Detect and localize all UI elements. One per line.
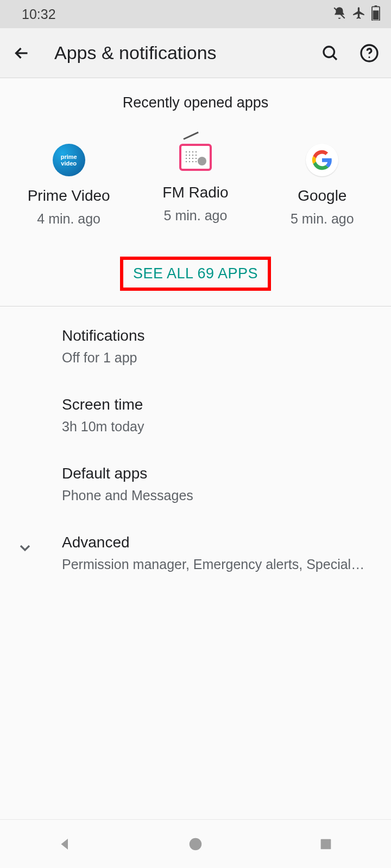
svg-rect-2 <box>375 5 377 7</box>
recent-app-time: 5 min. ago <box>136 208 255 224</box>
recent-app-time: 4 min. ago <box>9 211 129 227</box>
nav-recents-button[interactable] <box>314 833 337 856</box>
app-bar: Apps & notifications <box>0 28 391 78</box>
help-button[interactable] <box>358 42 380 64</box>
system-nav-bar <box>0 819 391 868</box>
svg-point-7 <box>369 56 370 58</box>
see-all-container: SEE ALL 69 APPS <box>0 257 391 306</box>
recent-app-label: Google <box>262 187 382 205</box>
recent-app-label: FM Radio <box>136 184 255 201</box>
recent-app-fm-radio[interactable]: FM Radio 5 min. ago <box>136 144 255 227</box>
fm-radio-icon <box>179 144 212 171</box>
see-all-apps-button[interactable]: SEE ALL 69 APPS <box>133 265 258 282</box>
chevron-down-icon <box>16 539 34 559</box>
recent-app-google[interactable]: Google 5 min. ago <box>262 144 382 227</box>
nav-home-button[interactable] <box>184 833 207 856</box>
settings-item-title: Notifications <box>62 327 376 344</box>
svg-point-8 <box>190 838 202 850</box>
settings-item-title: Advanced <box>62 534 376 551</box>
settings-item-subtitle: 3h 10m today <box>62 419 366 435</box>
settings-list: Notifications Off for 1 app Screen time … <box>0 307 391 588</box>
settings-item-subtitle: Off for 1 app <box>62 350 366 366</box>
back-button[interactable] <box>11 42 33 64</box>
search-button[interactable] <box>319 42 341 64</box>
settings-item-title: Screen time <box>62 396 376 413</box>
svg-point-4 <box>324 47 335 58</box>
prime-video-icon: primevideo <box>53 144 85 176</box>
status-bar: 10:32 <box>0 0 391 28</box>
recent-app-prime-video[interactable]: primevideo Prime Video 4 min. ago <box>9 144 129 227</box>
svg-line-5 <box>333 55 337 59</box>
nav-back-button[interactable] <box>54 833 77 856</box>
recent-apps-row: primevideo Prime Video 4 min. ago FM Rad… <box>0 144 391 227</box>
settings-item-advanced[interactable]: Advanced Permission manager, Emergency a… <box>0 519 391 588</box>
airplane-icon <box>352 6 366 22</box>
settings-item-subtitle: Phone and Messages <box>62 488 366 503</box>
recent-app-time: 5 min. ago <box>262 211 382 227</box>
recent-app-label: Prime Video <box>9 187 129 205</box>
page-title: Apps & notifications <box>54 42 302 63</box>
recent-apps-header: Recently opened apps <box>0 94 391 111</box>
google-icon <box>306 144 338 176</box>
highlight-annotation: SEE ALL 69 APPS <box>120 257 271 291</box>
settings-item-screen-time[interactable]: Screen time 3h 10m today <box>0 381 391 450</box>
svg-rect-9 <box>321 839 331 849</box>
dnd-off-icon <box>332 6 346 22</box>
battery-icon <box>371 5 380 23</box>
settings-item-title: Default apps <box>62 465 376 482</box>
svg-rect-3 <box>373 10 379 20</box>
status-icons <box>332 5 380 23</box>
status-time: 10:32 <box>22 7 56 22</box>
settings-item-notifications[interactable]: Notifications Off for 1 app <box>0 312 391 381</box>
settings-item-subtitle: Permission manager, Emergency alerts, Sp… <box>62 557 366 572</box>
settings-item-default-apps[interactable]: Default apps Phone and Messages <box>0 450 391 519</box>
